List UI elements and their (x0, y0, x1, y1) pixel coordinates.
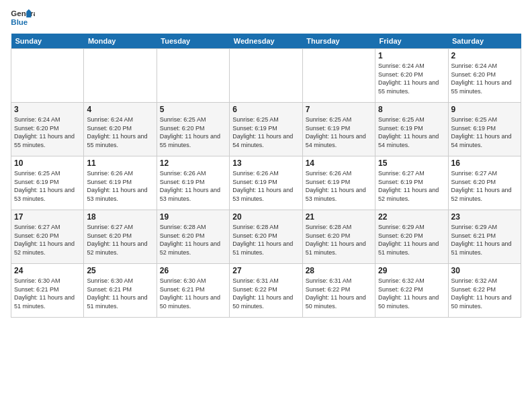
calendar-cell: 26Sunrise: 6:30 AMSunset: 6:21 PMDayligh… (157, 264, 229, 318)
day-number: 21 (306, 212, 372, 222)
day-number: 5 (160, 105, 226, 114)
day-info: Sunrise: 6:28 AMSunset: 6:20 PMDaylight:… (160, 223, 226, 257)
calendar-cell (302, 49, 375, 103)
day-info: Sunrise: 6:26 AMSunset: 6:19 PMDaylight:… (232, 169, 299, 203)
calendar-week-0: 1Sunrise: 6:24 AMSunset: 6:20 PMDaylight… (11, 49, 521, 103)
weekday-header-sunday: Sunday (11, 34, 84, 49)
weekday-header-wednesday: Wednesday (230, 34, 302, 49)
calendar-week-3: 17Sunrise: 6:27 AMSunset: 6:20 PMDayligh… (11, 210, 521, 264)
calendar-cell: 9Sunrise: 6:25 AMSunset: 6:19 PMDaylight… (448, 103, 521, 156)
calendar-cell: 4Sunrise: 6:24 AMSunset: 6:20 PMDaylight… (84, 103, 157, 156)
day-info: Sunrise: 6:24 AMSunset: 6:20 PMDaylight:… (451, 62, 518, 95)
svg-text:Blue: Blue (11, 18, 28, 26)
day-info: Sunrise: 6:26 AMSunset: 6:19 PMDaylight:… (306, 169, 372, 203)
day-number: 25 (87, 266, 153, 275)
logo-icon: General Blue (11, 8, 35, 28)
calendar-cell: 22Sunrise: 6:29 AMSunset: 6:20 PMDayligh… (375, 210, 448, 264)
day-number: 24 (14, 266, 81, 275)
calendar-week-1: 3Sunrise: 6:24 AMSunset: 6:20 PMDaylight… (11, 103, 521, 156)
calendar-cell: 20Sunrise: 6:28 AMSunset: 6:20 PMDayligh… (230, 210, 302, 264)
weekday-header-monday: Monday (84, 34, 157, 49)
calendar-cell: 29Sunrise: 6:32 AMSunset: 6:22 PMDayligh… (375, 264, 448, 318)
calendar-cell: 21Sunrise: 6:28 AMSunset: 6:20 PMDayligh… (302, 210, 375, 264)
calendar-cell: 11Sunrise: 6:26 AMSunset: 6:19 PMDayligh… (84, 156, 157, 210)
day-number: 12 (160, 158, 226, 168)
day-info: Sunrise: 6:25 AMSunset: 6:19 PMDaylight:… (232, 116, 299, 149)
day-info: Sunrise: 6:31 AMSunset: 6:22 PMDaylight:… (306, 277, 372, 310)
weekday-header-saturday: Saturday (448, 34, 521, 49)
calendar-table: SundayMondayTuesdayWednesdayThursdayFrid… (11, 34, 521, 318)
calendar-cell: 15Sunrise: 6:27 AMSunset: 6:19 PMDayligh… (375, 156, 448, 210)
day-info: Sunrise: 6:26 AMSunset: 6:19 PMDaylight:… (87, 169, 153, 203)
day-number: 15 (378, 158, 445, 168)
day-number: 28 (306, 266, 372, 275)
day-number: 26 (160, 266, 226, 275)
weekday-header-thursday: Thursday (302, 34, 375, 49)
day-info: Sunrise: 6:24 AMSunset: 6:20 PMDaylight:… (14, 116, 81, 149)
day-number: 30 (451, 266, 518, 275)
calendar-cell: 6Sunrise: 6:25 AMSunset: 6:19 PMDaylight… (230, 103, 302, 156)
day-number: 3 (14, 105, 81, 114)
calendar-cell: 14Sunrise: 6:26 AMSunset: 6:19 PMDayligh… (302, 156, 375, 210)
day-info: Sunrise: 6:25 AMSunset: 6:19 PMDaylight:… (378, 116, 445, 149)
day-info: Sunrise: 6:27 AMSunset: 6:20 PMDaylight:… (451, 169, 518, 203)
day-info: Sunrise: 6:28 AMSunset: 6:20 PMDaylight:… (306, 223, 372, 257)
calendar-cell: 3Sunrise: 6:24 AMSunset: 6:20 PMDaylight… (11, 103, 84, 156)
day-number: 14 (306, 158, 372, 168)
header: General Blue (11, 8, 521, 28)
calendar-cell: 23Sunrise: 6:29 AMSunset: 6:21 PMDayligh… (448, 210, 521, 264)
calendar-cell: 5Sunrise: 6:25 AMSunset: 6:20 PMDaylight… (157, 103, 229, 156)
calendar-cell: 2Sunrise: 6:24 AMSunset: 6:20 PMDaylight… (448, 49, 521, 103)
calendar-week-2: 10Sunrise: 6:25 AMSunset: 6:19 PMDayligh… (11, 156, 521, 210)
day-number: 8 (378, 105, 445, 114)
calendar-cell: 7Sunrise: 6:25 AMSunset: 6:19 PMDaylight… (302, 103, 375, 156)
calendar-cell (84, 49, 157, 103)
day-number: 2 (451, 51, 518, 60)
calendar-cell: 30Sunrise: 6:32 AMSunset: 6:22 PMDayligh… (448, 264, 521, 318)
page-container: General Blue SundayMondayTuesdayWednesda… (0, 0, 532, 323)
calendar-cell (11, 49, 84, 103)
calendar-cell: 13Sunrise: 6:26 AMSunset: 6:19 PMDayligh… (230, 156, 302, 210)
day-number: 13 (232, 158, 299, 168)
day-info: Sunrise: 6:24 AMSunset: 6:20 PMDaylight:… (87, 116, 153, 149)
calendar-cell: 12Sunrise: 6:26 AMSunset: 6:19 PMDayligh… (157, 156, 229, 210)
day-number: 6 (232, 105, 299, 114)
calendar-body: 1Sunrise: 6:24 AMSunset: 6:20 PMDaylight… (11, 49, 521, 318)
day-number: 16 (451, 158, 518, 168)
calendar-cell: 1Sunrise: 6:24 AMSunset: 6:20 PMDaylight… (375, 49, 448, 103)
calendar-cell: 10Sunrise: 6:25 AMSunset: 6:19 PMDayligh… (11, 156, 84, 210)
day-info: Sunrise: 6:25 AMSunset: 6:19 PMDaylight:… (14, 169, 81, 203)
day-info: Sunrise: 6:30 AMSunset: 6:21 PMDaylight:… (160, 277, 226, 310)
day-number: 10 (14, 158, 81, 168)
calendar-week-4: 24Sunrise: 6:30 AMSunset: 6:21 PMDayligh… (11, 264, 521, 318)
calendar-header: SundayMondayTuesdayWednesdayThursdayFrid… (11, 34, 521, 49)
day-number: 7 (306, 105, 372, 114)
weekday-header-tuesday: Tuesday (157, 34, 229, 49)
calendar-cell (230, 49, 302, 103)
day-number: 4 (87, 105, 153, 114)
day-info: Sunrise: 6:26 AMSunset: 6:19 PMDaylight:… (160, 169, 226, 203)
day-info: Sunrise: 6:31 AMSunset: 6:22 PMDaylight:… (232, 277, 299, 310)
day-number: 19 (160, 212, 226, 222)
day-info: Sunrise: 6:30 AMSunset: 6:21 PMDaylight:… (87, 277, 153, 310)
day-number: 17 (14, 212, 81, 222)
day-number: 20 (232, 212, 299, 222)
calendar-cell: 27Sunrise: 6:31 AMSunset: 6:22 PMDayligh… (230, 264, 302, 318)
day-info: Sunrise: 6:27 AMSunset: 6:20 PMDaylight:… (14, 223, 81, 257)
day-number: 29 (378, 266, 445, 275)
calendar-cell (157, 49, 229, 103)
day-info: Sunrise: 6:32 AMSunset: 6:22 PMDaylight:… (378, 277, 445, 310)
day-info: Sunrise: 6:27 AMSunset: 6:20 PMDaylight:… (87, 223, 153, 257)
day-number: 1 (378, 51, 445, 60)
day-number: 23 (451, 212, 518, 222)
day-info: Sunrise: 6:29 AMSunset: 6:21 PMDaylight:… (451, 223, 518, 257)
calendar-cell: 24Sunrise: 6:30 AMSunset: 6:21 PMDayligh… (11, 264, 84, 318)
day-number: 9 (451, 105, 518, 114)
calendar-cell: 17Sunrise: 6:27 AMSunset: 6:20 PMDayligh… (11, 210, 84, 264)
svg-text:General: General (11, 9, 35, 17)
day-info: Sunrise: 6:24 AMSunset: 6:20 PMDaylight:… (378, 62, 445, 95)
logo: General Blue (11, 8, 35, 28)
day-number: 22 (378, 212, 445, 222)
day-info: Sunrise: 6:30 AMSunset: 6:21 PMDaylight:… (14, 277, 81, 310)
day-info: Sunrise: 6:25 AMSunset: 6:19 PMDaylight:… (306, 116, 372, 149)
